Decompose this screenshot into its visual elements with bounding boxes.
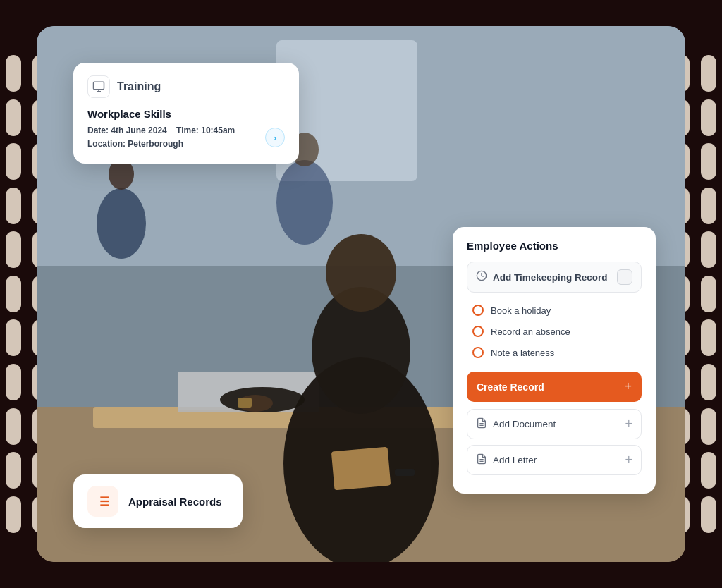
radio-circle-absence xyxy=(472,326,484,337)
training-meta: Date: 4th June 2024 Time: 10:45am Locati… xyxy=(87,124,235,151)
deco-pill xyxy=(701,231,716,268)
location-label: Location: xyxy=(87,139,126,149)
create-record-button[interactable]: Create Record + xyxy=(467,372,642,402)
location-value: Peterborough xyxy=(128,139,183,149)
deco-pill xyxy=(701,188,716,224)
training-header-label: Training xyxy=(117,80,161,93)
deco-pill xyxy=(6,55,21,92)
add-letter-row[interactable]: Add Letter + xyxy=(467,445,642,475)
svg-point-7 xyxy=(97,188,146,259)
svg-rect-17 xyxy=(395,469,415,476)
create-record-plus-icon: + xyxy=(624,379,632,394)
radio-circle-lateness xyxy=(472,347,484,358)
deco-pill xyxy=(701,496,716,533)
deco-pill xyxy=(701,319,716,356)
add-letter-label: Add Letter xyxy=(493,455,537,465)
deco-pill xyxy=(6,188,21,224)
time-label: Time: xyxy=(176,125,199,135)
svg-point-13 xyxy=(326,234,396,312)
create-record-label: Create Record xyxy=(477,381,544,393)
add-letter-plus-icon[interactable]: + xyxy=(625,453,632,467)
deco-pill xyxy=(701,408,716,445)
main-photo-container: Training Workplace Skills Date: 4th June… xyxy=(37,26,685,562)
deco-pill xyxy=(6,364,21,400)
training-course-name: Workplace Skills xyxy=(87,108,285,120)
deco-pill xyxy=(6,143,21,180)
appraisal-records-label: Appraisal Records xyxy=(128,496,222,508)
employee-actions-card: Employee Actions Add Timekeeping Record … xyxy=(453,227,656,494)
svg-point-9 xyxy=(276,160,333,245)
note-lateness-item[interactable]: Note a lateness xyxy=(470,342,642,363)
letter-icon xyxy=(476,453,487,467)
deco-pill xyxy=(6,496,21,533)
timekeeping-label: Add Timekeeping Record xyxy=(493,272,608,283)
training-details-row: Date: 4th June 2024 Time: 10:45am Locati… xyxy=(87,124,285,151)
deco-pill xyxy=(6,319,21,356)
book-holiday-item[interactable]: Book a holiday xyxy=(470,300,642,321)
deco-pill xyxy=(6,408,21,445)
svg-rect-18 xyxy=(238,398,252,408)
deco-pill xyxy=(701,143,716,180)
svg-rect-16 xyxy=(331,447,391,491)
add-document-row[interactable]: Add Document + xyxy=(467,409,642,439)
date-label: Date: xyxy=(87,125,109,135)
deco-pill xyxy=(701,452,716,489)
record-absence-label: Record an absence xyxy=(491,326,570,337)
timekeeping-icon xyxy=(476,270,487,284)
deco-pill xyxy=(701,364,716,400)
timekeeping-row-left: Add Timekeeping Record xyxy=(476,270,608,284)
training-chevron-button[interactable]: › xyxy=(265,128,285,147)
timekeeping-collapse-button[interactable]: — xyxy=(617,269,632,285)
deco-pill xyxy=(6,452,21,489)
deco-col-far-left xyxy=(6,54,21,534)
add-document-left: Add Document xyxy=(476,417,556,431)
svg-rect-19 xyxy=(94,82,104,90)
training-icon xyxy=(87,75,110,98)
deco-pill xyxy=(701,99,716,136)
deco-pill xyxy=(6,99,21,136)
document-icon xyxy=(476,417,487,431)
employee-actions-title: Employee Actions xyxy=(467,240,642,252)
appraisal-records-card[interactable]: Appraisal Records xyxy=(73,474,243,528)
book-holiday-label: Book a holiday xyxy=(491,305,551,316)
time-value: 10:45am xyxy=(201,125,235,135)
action-sub-list: Book a holiday Record an absence Note a … xyxy=(467,300,642,363)
deco-pill xyxy=(6,231,21,268)
date-value: 4th June 2024 xyxy=(111,125,166,135)
training-card-header: Training xyxy=(87,75,285,98)
deco-col-far-right xyxy=(701,54,716,534)
timekeeping-row[interactable]: Add Timekeeping Record — xyxy=(467,262,642,293)
training-card: Training Workplace Skills Date: 4th June… xyxy=(73,63,299,164)
add-document-label: Add Document xyxy=(493,419,556,429)
appraisal-icon xyxy=(87,486,118,517)
add-document-plus-icon[interactable]: + xyxy=(625,417,632,431)
deco-pill xyxy=(701,276,716,312)
record-absence-item[interactable]: Record an absence xyxy=(470,321,642,342)
deco-pill xyxy=(6,276,21,312)
add-letter-left: Add Letter xyxy=(476,453,537,467)
deco-pill xyxy=(701,55,716,92)
outer-wrapper: Training Workplace Skills Date: 4th June… xyxy=(0,0,722,588)
radio-circle-holiday xyxy=(472,305,484,316)
note-lateness-label: Note a lateness xyxy=(491,348,554,358)
